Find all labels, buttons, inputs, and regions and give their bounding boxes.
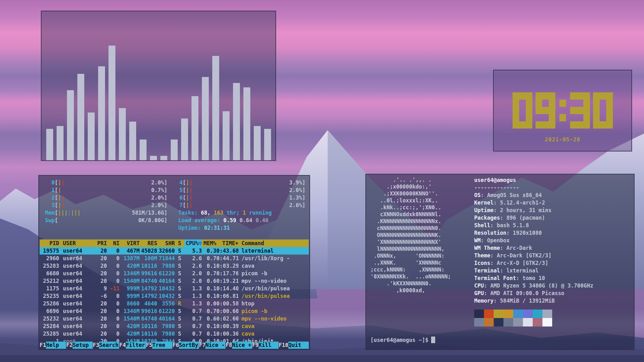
- column-header-cpu%[interactable]: CPU%▽: [184, 239, 202, 247]
- meter-ticks: ||: [186, 194, 289, 201]
- meter-value: 0K/8.00G: [138, 217, 164, 224]
- meter-label: 2: [43, 194, 55, 201]
- process-row[interactable]: 25286user64200866046403556R1.30.00:00.58…: [40, 300, 309, 307]
- shell-prompt[interactable]: [user64@amogus ~]$: [370, 337, 435, 343]
- column-header-mem%[interactable]: MEM%: [202, 239, 216, 247]
- process-row[interactable]: 6680user642001346M9961661220S2.00.70:17.…: [40, 270, 309, 277]
- palette-swatch: [484, 310, 494, 318]
- info-label: WM: [474, 237, 480, 244]
- column-header-time+[interactable]: TIME+: [216, 239, 238, 247]
- info-line: Kernel: 5.12.4-arch1-2: [474, 199, 593, 206]
- fkey-label: F6: [172, 342, 179, 349]
- audio-bar: [160, 156, 167, 160]
- cpu-meter: 1[|0.7%]: [43, 186, 167, 194]
- tasks-summary: Tasks: 68, 163 thr; 1 running: [178, 209, 305, 217]
- info-label: OS: [474, 192, 480, 198]
- fkey-nice-+[interactable]: Nice +: [232, 342, 252, 349]
- info-line: CPU: AMD Ryzen 5 3400G (8) @ 3.700GHz: [474, 282, 593, 289]
- fkey-kill[interactable]: Kill: [258, 342, 279, 349]
- column-header-s[interactable]: S: [175, 239, 184, 247]
- column-header-virt[interactable]: VIRT: [119, 239, 140, 247]
- fkey-filter[interactable]: Filter: [126, 342, 146, 349]
- clock-digit: [536, 92, 555, 129]
- meter-ticks: |: [58, 186, 151, 194]
- info-value: AmogOS Sus x86_64: [487, 192, 542, 198]
- audio-bar: [98, 66, 105, 160]
- column-header-user[interactable]: USER: [59, 239, 93, 247]
- meter-label: Mem: [43, 209, 55, 217]
- info-value: AMD Ryzen 5 3400G (8) @ 3.700GHz: [490, 282, 593, 289]
- meter-ticks: |||||||: [58, 209, 132, 217]
- meter-value: 0.7%: [151, 186, 164, 194]
- info-value: 5.12.4-arch1-2: [500, 200, 545, 206]
- info-label: Icons: [474, 260, 490, 266]
- palette-swatch: [533, 310, 542, 318]
- audio-bar: [254, 126, 261, 160]
- info-label: Terminal Font: [474, 275, 516, 281]
- fkey-tree[interactable]: Tree: [152, 342, 172, 349]
- fkey-quit[interactable]: Quit: [288, 342, 309, 349]
- function-key-bar: F1HelpF2SetupF3SearchF4FilterF5TreeF6Sor…: [40, 342, 309, 349]
- text-segment: 0.59: [223, 217, 239, 223]
- column-header-res[interactable]: RES: [140, 239, 157, 247]
- info-label: Terminal: [474, 267, 500, 274]
- column-header-ni[interactable]: NI: [107, 239, 119, 247]
- text-segment: thr;: [227, 210, 243, 216]
- cpu-meter: 3[||2.0%]: [43, 201, 167, 209]
- fkey-help[interactable]: Help: [46, 342, 66, 349]
- fkey-setup[interactable]: Setup: [73, 342, 93, 349]
- info-line: Resolution: 1920x1080: [474, 229, 593, 237]
- meter-value: 3.9%: [289, 179, 302, 186]
- meter-label: 0: [43, 179, 55, 186]
- column-header-command[interactable]: Command: [238, 239, 264, 247]
- clock-digit: [570, 92, 590, 129]
- info-value: 1920x1080: [513, 230, 542, 236]
- palette-swatch: [513, 310, 523, 318]
- info-label: GPU: [474, 290, 484, 296]
- audio-bar: [181, 118, 188, 160]
- info-value: bash 5.1.8: [497, 222, 529, 228]
- cpu-meters-right: 4[||3.9%]5[||2.0%]6[||1.3%]7[||2.6%]Task…: [178, 179, 305, 232]
- audio-bar: [140, 140, 147, 160]
- info-line: Theme: Arc-Dark [GTK2/3]: [474, 252, 593, 259]
- column-header-pid[interactable]: PID: [40, 239, 59, 247]
- process-row[interactable]: 25232user642001540M8474040164S0.70.60:02…: [40, 315, 309, 322]
- audio-bar: [129, 122, 136, 160]
- fkey-label: F3: [93, 342, 99, 349]
- cpu-meter: 6[||1.3%]: [178, 194, 305, 201]
- fkey-nice--[interactable]: Nice -: [205, 342, 225, 349]
- clock-digit: [559, 92, 566, 129]
- fkey-sortby[interactable]: SortBy: [179, 342, 199, 349]
- fkey-search[interactable]: Search: [99, 342, 119, 349]
- process-row[interactable]: 25284user64200420M101167980S0.70.10:00.3…: [40, 322, 309, 330]
- process-row[interactable]: 25212user642001540M8474040164S2.00.60:19…: [40, 277, 309, 285]
- process-row[interactable]: 25283user64200420M101167980S2.60.10:03.2…: [40, 262, 309, 270]
- palette-row: [474, 310, 552, 318]
- info-label: WM Theme: [474, 245, 500, 251]
- text-segment: 1: [243, 210, 249, 216]
- info-line: OS: AmogOS Sus x86_64: [474, 191, 593, 199]
- neofetch-title: user64@amogus: [474, 176, 593, 184]
- process-row[interactable]: 19575user64200467M4502832660S5.30.30:43.…: [40, 247, 309, 255]
- process-row[interactable]: 2960user642001387M100M71844S2.60.70:44.7…: [40, 255, 309, 262]
- process-row[interactable]: 25235user64-60999M1479210432S1.30.10:06.…: [40, 292, 309, 300]
- process-row[interactable]: 25285user64200420M101167980S0.70.10:00.3…: [40, 330, 309, 337]
- process-row[interactable]: 1175user649-11999M1479210432S1.30.10:14.…: [40, 285, 309, 292]
- column-header-shr[interactable]: SHR: [157, 239, 175, 247]
- process-row[interactable]: 6696user642001346M9961661220S0.70.70:00.…: [40, 307, 309, 315]
- clock-date: 2021-05-20: [494, 136, 631, 143]
- fkey-label: F7: [199, 342, 205, 349]
- audio-bar: [202, 77, 209, 160]
- column-header-pri[interactable]: PRI: [93, 239, 107, 247]
- meter-label: 7: [178, 201, 183, 209]
- htop-window[interactable]: 0[||2.0%]1[|0.7%]2[||2.0%]3[||2.0%]Mem[|…: [38, 175, 310, 350]
- info-value: lxterminal: [506, 267, 538, 274]
- neofetch-window[interactable]: .'.. .',,. . .;x00000kdo:,' .;XXK00000KN…: [365, 174, 635, 350]
- cava-window[interactable]: [41, 11, 276, 161]
- cpu-meter: 4[||3.9%]: [178, 179, 305, 186]
- audio-bar: [223, 111, 230, 160]
- info-value: 896 (pacman): [506, 215, 545, 221]
- info-line: Shell: bash 5.1.8: [474, 222, 593, 229]
- text-segment: 02:31:31: [204, 225, 230, 231]
- neofetch-underline: --------------: [474, 184, 593, 191]
